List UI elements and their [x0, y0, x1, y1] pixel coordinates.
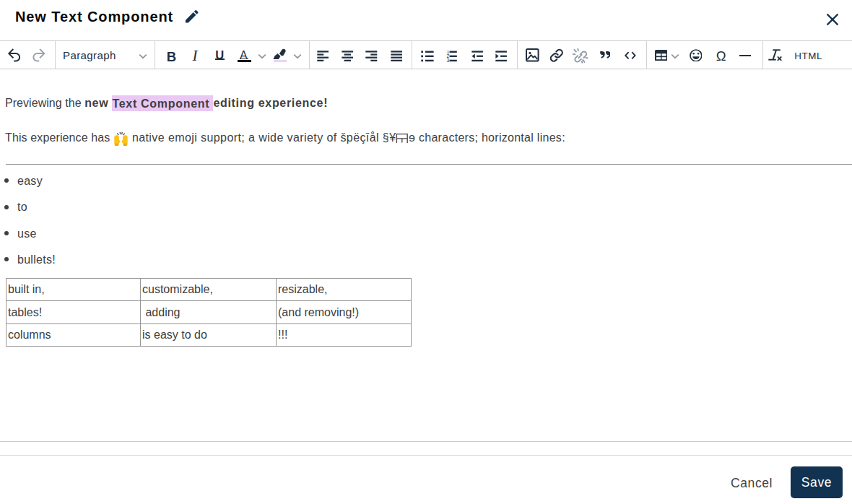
svg-text:3: 3: [447, 57, 450, 63]
